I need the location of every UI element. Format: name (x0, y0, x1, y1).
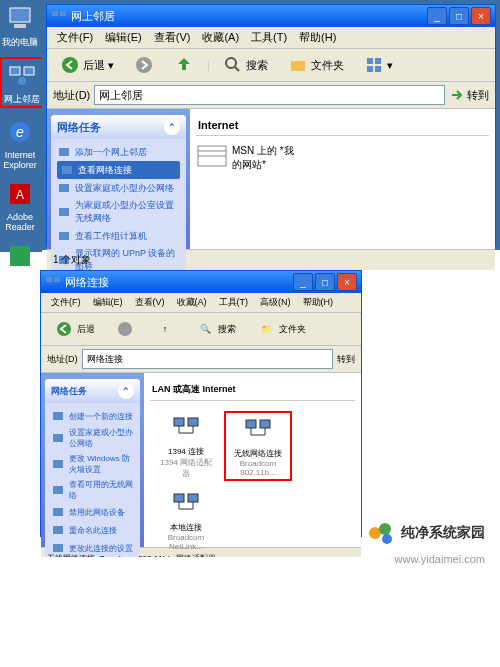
forward-icon (134, 55, 154, 75)
misc-icon (4, 240, 36, 272)
svg-text:e: e (16, 124, 24, 140)
svg-line-15 (235, 67, 239, 71)
go-button[interactable]: 转到 (337, 353, 355, 366)
file-item-msn[interactable]: MSN 上的 *我的网站* (196, 142, 296, 174)
task-label: 查看网络连接 (78, 164, 132, 177)
website-icon (196, 142, 228, 174)
menu-advanced[interactable]: 高级(N) (256, 295, 295, 310)
minimize-button[interactable]: _ (427, 7, 447, 25)
svg-point-67 (382, 534, 392, 544)
up-button[interactable]: ↑ (148, 316, 182, 342)
task-item[interactable]: 查看可用的无线网络 (51, 477, 134, 503)
main-pane[interactable]: Internet MSN 上的 *我的网站* (190, 109, 495, 249)
svg-point-38 (118, 322, 132, 336)
toolbar: 后退 ↑ 🔍搜索 📁文件夹 (41, 313, 361, 346)
desktop-icon-ie[interactable]: eInternet Explorer (0, 116, 40, 170)
menu-tools[interactable]: 工具(T) (247, 29, 291, 46)
back-button[interactable]: 后退 ▾ (53, 52, 121, 78)
svg-rect-43 (53, 508, 63, 516)
views-icon (364, 55, 384, 75)
connection-name: 本地连接 (156, 522, 216, 533)
folders-button[interactable]: 文件夹 (281, 52, 351, 78)
views-button[interactable]: ▾ (357, 52, 400, 78)
screenshot-1: 我的电脑 网上邻居 eInternet Explorer AAdobe Read… (0, 0, 500, 250)
svg-point-66 (379, 523, 391, 535)
task-label: 更改 Windows 防火墙设置 (69, 453, 134, 475)
close-button[interactable]: × (337, 273, 357, 291)
address-input[interactable] (82, 349, 334, 369)
connection-item[interactable]: 1394 连接1394 网络适配器 (154, 411, 218, 481)
task-item[interactable]: 添加一个网上邻居 (57, 143, 180, 161)
task-item[interactable]: 设置家庭或小型办公网络 (51, 425, 134, 451)
task-item[interactable]: 为家庭或小型办公室设置无线网络 (57, 197, 180, 227)
svg-point-13 (136, 57, 152, 73)
task-item[interactable]: 查看网络连接 (57, 161, 180, 179)
window-title: 网上邻居 (71, 9, 427, 24)
panel-header[interactable]: 网络任务⌃ (45, 379, 140, 403)
desktop-icon-5[interactable]: 回收站/KDS (0, 240, 40, 300)
minimize-button[interactable]: _ (293, 273, 313, 291)
menu-help[interactable]: 帮助(H) (299, 295, 338, 310)
connection-item[interactable]: 本地连接Broadcom NetLink... (154, 487, 218, 553)
task-item[interactable]: 创建一个新的连接 (51, 407, 134, 425)
desktop-icon-mycomputer[interactable]: 我的电脑 (0, 2, 40, 49)
svg-rect-18 (375, 58, 381, 64)
content-area: 网络任务⌃ 添加一个网上邻居查看网络连接设置家庭或小型办公网络为家庭或小型办公室… (47, 109, 495, 249)
chevron-up-icon: ⌃ (118, 383, 134, 399)
menu-edit[interactable]: 编辑(E) (89, 295, 127, 310)
search-button[interactable]: 🔍搜索 (188, 316, 243, 342)
main-header: Internet (196, 115, 489, 136)
go-button[interactable]: 转到 (449, 87, 489, 103)
svg-rect-0 (10, 8, 30, 22)
address-input[interactable] (94, 85, 445, 105)
task-item[interactable]: 设置家庭或小型办公网络 (57, 179, 180, 197)
main-pane[interactable]: LAN 或高速 Internet 1394 连接1394 网络适配器无线网络连接… (144, 373, 361, 547)
ie-icon: e (4, 116, 36, 148)
task-item[interactable]: 禁用此网络设备 (51, 503, 134, 521)
task-item[interactable]: 更改 Windows 防火墙设置 (51, 451, 134, 477)
svg-rect-24 (59, 208, 69, 216)
svg-point-37 (57, 322, 71, 336)
menu-favorites[interactable]: 收藏(A) (198, 29, 243, 46)
task-item[interactable]: 重命名此连接 (51, 521, 134, 539)
svg-rect-51 (188, 418, 198, 426)
menu-tools[interactable]: 工具(T) (215, 295, 253, 310)
connection-name: 1394 连接 (156, 446, 216, 457)
connection-item[interactable]: 无线网络连接Broadcom 802.11b... (224, 411, 292, 481)
tasks-sidebar: 网络任务⌃ 创建一个新的连接设置家庭或小型办公网络更改 Windows 防火墙设… (41, 373, 144, 547)
window-title: 网络连接 (65, 275, 293, 290)
up-icon: ↑ (155, 319, 175, 339)
menu-file[interactable]: 文件(F) (47, 295, 85, 310)
address-label: 地址(D) (53, 88, 90, 103)
menu-view[interactable]: 查看(V) (150, 29, 195, 46)
search-button[interactable]: 搜索 (216, 52, 275, 78)
menu-view[interactable]: 查看(V) (131, 295, 169, 310)
maximize-button[interactable]: □ (315, 273, 335, 291)
forward-button[interactable] (127, 52, 161, 78)
menu-edit[interactable]: 编辑(E) (101, 29, 146, 46)
svg-point-14 (226, 58, 236, 68)
task-item[interactable]: 查看工作组计算机 (57, 227, 180, 245)
svg-rect-16 (291, 61, 305, 71)
desktop-icon-network[interactable]: 网上邻居 (0, 57, 44, 108)
task-icon (51, 523, 65, 537)
panel-header[interactable]: 网络任务⌃ (51, 115, 186, 139)
titlebar[interactable]: 网上邻居 _ □ × (47, 5, 495, 27)
task-icon (57, 229, 71, 243)
folders-button[interactable]: 📁文件夹 (249, 316, 313, 342)
svg-rect-61 (188, 494, 198, 502)
folders-icon: 📁 (256, 319, 276, 339)
menu-favorites[interactable]: 收藏(A) (173, 295, 211, 310)
back-icon (60, 55, 80, 75)
task-icon (51, 431, 65, 445)
menu-help[interactable]: 帮助(H) (295, 29, 340, 46)
back-button[interactable]: 后退 (47, 316, 102, 342)
menu-file[interactable]: 文件(F) (53, 29, 97, 46)
close-button[interactable]: × (471, 7, 491, 25)
task-label: 查看工作组计算机 (75, 230, 147, 243)
up-button[interactable] (167, 52, 201, 78)
desktop-icon-adobe[interactable]: AAdobe Reader (0, 178, 40, 232)
titlebar[interactable]: 网络连接 _ □ × (41, 271, 361, 293)
maximize-button[interactable]: □ (449, 7, 469, 25)
forward-button[interactable] (108, 316, 142, 342)
